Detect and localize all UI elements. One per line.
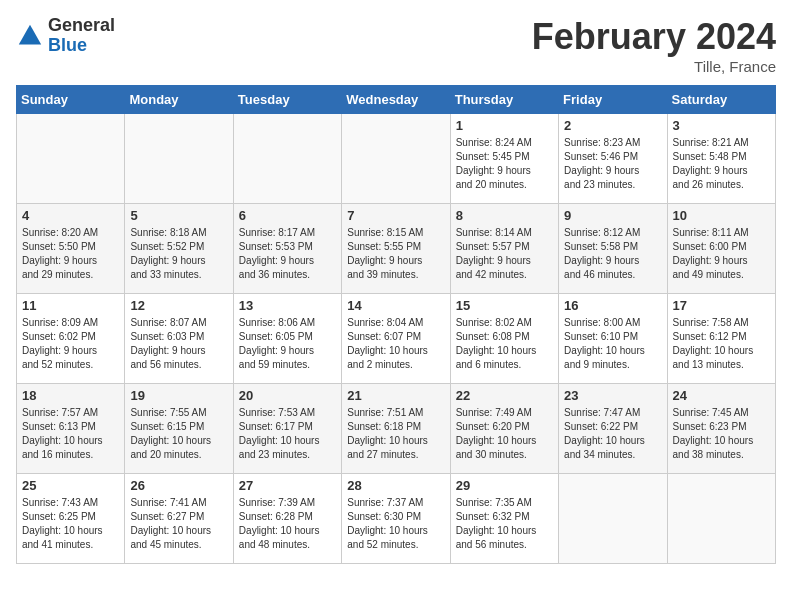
day-number: 17: [673, 298, 770, 313]
calendar-cell: 23Sunrise: 7:47 AM Sunset: 6:22 PM Dayli…: [559, 384, 667, 474]
calendar-cell: 22Sunrise: 7:49 AM Sunset: 6:20 PM Dayli…: [450, 384, 558, 474]
week-row-1: 1Sunrise: 8:24 AM Sunset: 5:45 PM Daylig…: [17, 114, 776, 204]
day-number: 19: [130, 388, 227, 403]
day-info: Sunrise: 7:58 AM Sunset: 6:12 PM Dayligh…: [673, 316, 770, 372]
week-row-5: 25Sunrise: 7:43 AM Sunset: 6:25 PM Dayli…: [17, 474, 776, 564]
day-info: Sunrise: 7:37 AM Sunset: 6:30 PM Dayligh…: [347, 496, 444, 552]
day-number: 14: [347, 298, 444, 313]
day-number: 27: [239, 478, 336, 493]
day-number: 13: [239, 298, 336, 313]
calendar-cell: 14Sunrise: 8:04 AM Sunset: 6:07 PM Dayli…: [342, 294, 450, 384]
day-number: 7: [347, 208, 444, 223]
day-info: Sunrise: 8:04 AM Sunset: 6:07 PM Dayligh…: [347, 316, 444, 372]
calendar-cell: 24Sunrise: 7:45 AM Sunset: 6:23 PM Dayli…: [667, 384, 775, 474]
calendar-cell: 29Sunrise: 7:35 AM Sunset: 6:32 PM Dayli…: [450, 474, 558, 564]
day-info: Sunrise: 7:53 AM Sunset: 6:17 PM Dayligh…: [239, 406, 336, 462]
day-number: 12: [130, 298, 227, 313]
day-info: Sunrise: 8:15 AM Sunset: 5:55 PM Dayligh…: [347, 226, 444, 282]
day-info: Sunrise: 8:12 AM Sunset: 5:58 PM Dayligh…: [564, 226, 661, 282]
header-sunday: Sunday: [17, 86, 125, 114]
day-number: 2: [564, 118, 661, 133]
calendar-cell: 19Sunrise: 7:55 AM Sunset: 6:15 PM Dayli…: [125, 384, 233, 474]
calendar-cell: 17Sunrise: 7:58 AM Sunset: 6:12 PM Dayli…: [667, 294, 775, 384]
day-info: Sunrise: 7:35 AM Sunset: 6:32 PM Dayligh…: [456, 496, 553, 552]
calendar-cell: [233, 114, 341, 204]
day-info: Sunrise: 8:17 AM Sunset: 5:53 PM Dayligh…: [239, 226, 336, 282]
calendar-cell: 10Sunrise: 8:11 AM Sunset: 6:00 PM Dayli…: [667, 204, 775, 294]
header-wednesday: Wednesday: [342, 86, 450, 114]
day-number: 15: [456, 298, 553, 313]
day-info: Sunrise: 8:23 AM Sunset: 5:46 PM Dayligh…: [564, 136, 661, 192]
calendar-cell: 9Sunrise: 8:12 AM Sunset: 5:58 PM Daylig…: [559, 204, 667, 294]
calendar-cell: 12Sunrise: 8:07 AM Sunset: 6:03 PM Dayli…: [125, 294, 233, 384]
day-info: Sunrise: 8:21 AM Sunset: 5:48 PM Dayligh…: [673, 136, 770, 192]
calendar-cell: [342, 114, 450, 204]
page-header: General Blue February 2024 Tille, France: [16, 16, 776, 75]
week-row-4: 18Sunrise: 7:57 AM Sunset: 6:13 PM Dayli…: [17, 384, 776, 474]
day-number: 3: [673, 118, 770, 133]
day-number: 22: [456, 388, 553, 403]
day-info: Sunrise: 8:20 AM Sunset: 5:50 PM Dayligh…: [22, 226, 119, 282]
day-number: 23: [564, 388, 661, 403]
day-number: 8: [456, 208, 553, 223]
logo-blue: Blue: [48, 36, 115, 56]
logo: General Blue: [16, 16, 115, 56]
week-row-2: 4Sunrise: 8:20 AM Sunset: 5:50 PM Daylig…: [17, 204, 776, 294]
header-friday: Friday: [559, 86, 667, 114]
day-number: 10: [673, 208, 770, 223]
day-info: Sunrise: 8:24 AM Sunset: 5:45 PM Dayligh…: [456, 136, 553, 192]
header-saturday: Saturday: [667, 86, 775, 114]
logo-general: General: [48, 16, 115, 36]
day-number: 1: [456, 118, 553, 133]
calendar-cell: 5Sunrise: 8:18 AM Sunset: 5:52 PM Daylig…: [125, 204, 233, 294]
day-info: Sunrise: 8:14 AM Sunset: 5:57 PM Dayligh…: [456, 226, 553, 282]
day-info: Sunrise: 8:00 AM Sunset: 6:10 PM Dayligh…: [564, 316, 661, 372]
calendar-cell: 28Sunrise: 7:37 AM Sunset: 6:30 PM Dayli…: [342, 474, 450, 564]
day-number: 5: [130, 208, 227, 223]
calendar-cell: 15Sunrise: 8:02 AM Sunset: 6:08 PM Dayli…: [450, 294, 558, 384]
calendar-cell: 20Sunrise: 7:53 AM Sunset: 6:17 PM Dayli…: [233, 384, 341, 474]
header-tuesday: Tuesday: [233, 86, 341, 114]
calendar-cell: [559, 474, 667, 564]
day-number: 18: [22, 388, 119, 403]
header-monday: Monday: [125, 86, 233, 114]
day-number: 24: [673, 388, 770, 403]
day-number: 26: [130, 478, 227, 493]
day-info: Sunrise: 7:49 AM Sunset: 6:20 PM Dayligh…: [456, 406, 553, 462]
month-year: February 2024: [532, 16, 776, 58]
day-number: 29: [456, 478, 553, 493]
calendar-cell: 13Sunrise: 8:06 AM Sunset: 6:05 PM Dayli…: [233, 294, 341, 384]
day-info: Sunrise: 7:55 AM Sunset: 6:15 PM Dayligh…: [130, 406, 227, 462]
calendar-cell: 27Sunrise: 7:39 AM Sunset: 6:28 PM Dayli…: [233, 474, 341, 564]
day-info: Sunrise: 8:02 AM Sunset: 6:08 PM Dayligh…: [456, 316, 553, 372]
day-info: Sunrise: 7:41 AM Sunset: 6:27 PM Dayligh…: [130, 496, 227, 552]
calendar-cell: 3Sunrise: 8:21 AM Sunset: 5:48 PM Daylig…: [667, 114, 775, 204]
title-block: February 2024 Tille, France: [532, 16, 776, 75]
calendar-header-row: SundayMondayTuesdayWednesdayThursdayFrid…: [17, 86, 776, 114]
day-info: Sunrise: 8:07 AM Sunset: 6:03 PM Dayligh…: [130, 316, 227, 372]
day-info: Sunrise: 7:39 AM Sunset: 6:28 PM Dayligh…: [239, 496, 336, 552]
week-row-3: 11Sunrise: 8:09 AM Sunset: 6:02 PM Dayli…: [17, 294, 776, 384]
day-info: Sunrise: 7:47 AM Sunset: 6:22 PM Dayligh…: [564, 406, 661, 462]
calendar-cell: 25Sunrise: 7:43 AM Sunset: 6:25 PM Dayli…: [17, 474, 125, 564]
day-number: 9: [564, 208, 661, 223]
calendar-cell: 26Sunrise: 7:41 AM Sunset: 6:27 PM Dayli…: [125, 474, 233, 564]
day-info: Sunrise: 7:43 AM Sunset: 6:25 PM Dayligh…: [22, 496, 119, 552]
header-thursday: Thursday: [450, 86, 558, 114]
calendar-cell: 16Sunrise: 8:00 AM Sunset: 6:10 PM Dayli…: [559, 294, 667, 384]
calendar-cell: [125, 114, 233, 204]
location: Tille, France: [532, 58, 776, 75]
day-number: 6: [239, 208, 336, 223]
calendar-cell: [17, 114, 125, 204]
day-info: Sunrise: 8:18 AM Sunset: 5:52 PM Dayligh…: [130, 226, 227, 282]
logo-text: General Blue: [48, 16, 115, 56]
calendar-cell: 1Sunrise: 8:24 AM Sunset: 5:45 PM Daylig…: [450, 114, 558, 204]
calendar-cell: 2Sunrise: 8:23 AM Sunset: 5:46 PM Daylig…: [559, 114, 667, 204]
day-number: 11: [22, 298, 119, 313]
day-info: Sunrise: 8:09 AM Sunset: 6:02 PM Dayligh…: [22, 316, 119, 372]
logo-icon: [16, 22, 44, 50]
day-number: 21: [347, 388, 444, 403]
calendar-table: SundayMondayTuesdayWednesdayThursdayFrid…: [16, 85, 776, 564]
day-info: Sunrise: 7:57 AM Sunset: 6:13 PM Dayligh…: [22, 406, 119, 462]
day-info: Sunrise: 8:11 AM Sunset: 6:00 PM Dayligh…: [673, 226, 770, 282]
